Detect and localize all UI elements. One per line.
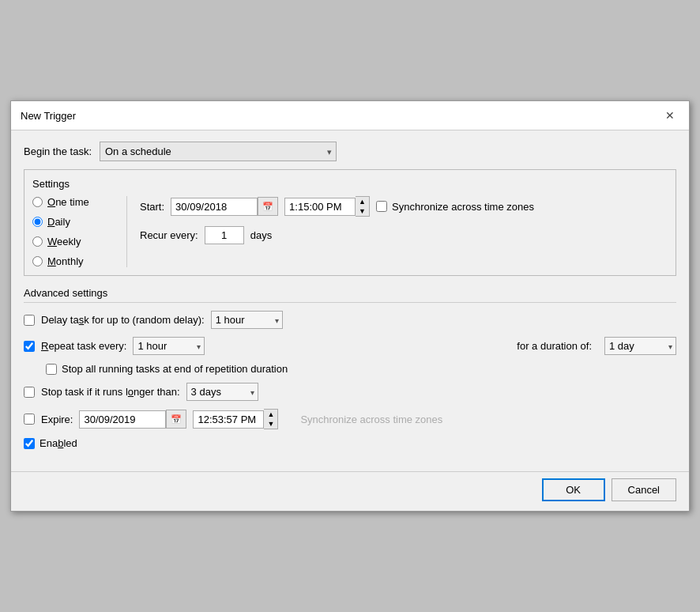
expire-time-spin-down[interactable]: ▼ xyxy=(264,419,277,429)
expire-time-wrapper: ▲ ▼ xyxy=(193,409,278,429)
radio-weekly-label: Weekly xyxy=(47,236,81,247)
delay-select-wrapper: 30 minutes 1 hour 2 hours 4 hours 8 hour… xyxy=(211,311,283,329)
stop-all-checkbox[interactable] xyxy=(46,364,57,375)
stop-all-row: Stop all running tasks at end of repetit… xyxy=(46,363,676,375)
title-bar: New Trigger ✕ xyxy=(11,101,689,130)
radio-weekly-input[interactable] xyxy=(32,236,43,247)
start-row: Start: 📅 ▲ ▼ xyxy=(140,196,668,217)
expire-row: Expire: 📅 ▲ ▼ Synchronize across time zo… xyxy=(24,409,676,429)
advanced-section: Advanced settings Delay task for up to (… xyxy=(24,287,676,449)
sync-label: Synchronize across time zones xyxy=(392,201,534,213)
time-spin-btns: ▲ ▼ xyxy=(356,196,370,217)
ok-button[interactable]: OK xyxy=(542,478,605,501)
expire-sync-label: Synchronize across time zones xyxy=(300,414,442,425)
recur-unit: days xyxy=(250,229,272,241)
expire-time-spin-up[interactable]: ▲ xyxy=(264,410,277,419)
expire-time-input[interactable] xyxy=(193,410,264,429)
repeat-row: Repeat task every: 5 minutes 10 minutes … xyxy=(24,337,676,355)
sync-checkbox[interactable] xyxy=(376,201,387,212)
dialog-body: Begin the task: On a schedule At log on … xyxy=(11,130,689,471)
repeat-select[interactable]: 5 minutes 10 minutes 15 minutes 30 minut… xyxy=(133,337,205,355)
radio-daily-input[interactable] xyxy=(32,217,43,227)
expire-date-input[interactable] xyxy=(79,410,166,429)
stop-longer-label[interactable]: Stop task if it runs longer than: xyxy=(41,386,180,398)
delay-row: Delay task for up to (random delay): 30 … xyxy=(24,311,676,329)
dialog-title: New Trigger xyxy=(21,110,76,122)
radio-monthly[interactable]: Monthly xyxy=(32,255,115,267)
settings-section: Settings One time Daily Weekly xyxy=(24,169,676,276)
advanced-header: Advanced settings xyxy=(24,287,676,303)
begin-task-select[interactable]: On a schedule At log on At startup On id… xyxy=(100,142,337,161)
new-trigger-dialog: New Trigger ✕ Begin the task: On a sched… xyxy=(10,100,690,512)
delay-select[interactable]: 30 minutes 1 hour 2 hours 4 hours 8 hour… xyxy=(211,311,283,329)
repeat-label[interactable]: Repeat task every: xyxy=(41,340,126,352)
expire-label[interactable]: Expire: xyxy=(41,414,73,425)
expire-date-picker-button[interactable]: 📅 xyxy=(166,410,186,429)
start-time-input[interactable] xyxy=(284,198,356,216)
for-duration-select-wrapper: 15 minutes 30 minutes 1 hour Indefinitel… xyxy=(604,337,676,355)
settings-header: Settings xyxy=(32,178,668,190)
radio-daily[interactable]: Daily xyxy=(32,216,115,228)
radio-monthly-input[interactable] xyxy=(32,256,43,266)
radio-daily-label: Daily xyxy=(47,216,70,228)
expire-date-group: 📅 xyxy=(79,410,186,429)
time-spin-up[interactable]: ▲ xyxy=(356,197,369,206)
begin-task-label: Begin the task: xyxy=(24,145,92,157)
recur-label: Recur every: xyxy=(140,229,198,241)
for-duration-select[interactable]: 15 minutes 30 minutes 1 hour Indefinitel… xyxy=(604,337,676,355)
close-button[interactable]: ✕ xyxy=(660,108,679,123)
start-label: Start: xyxy=(140,201,164,213)
radio-group: One time Daily Weekly Monthly xyxy=(32,196,127,267)
delay-label[interactable]: Delay task for up to (random delay): xyxy=(41,314,205,326)
radio-one-time-input[interactable] xyxy=(32,197,43,207)
for-duration-label: for a duration of: xyxy=(517,340,592,352)
cancel-button[interactable]: Cancel xyxy=(612,478,676,501)
begin-task-row: Begin the task: On a schedule At log on … xyxy=(24,142,676,161)
settings-inner: One time Daily Weekly Monthly xyxy=(32,196,668,267)
time-spin-down[interactable]: ▼ xyxy=(356,206,369,216)
begin-task-select-wrapper: On a schedule At log on At startup On id… xyxy=(100,142,337,161)
stop-all-label[interactable]: Stop all running tasks at end of repetit… xyxy=(62,363,288,375)
enabled-row: Enabled xyxy=(24,437,676,449)
stop-longer-select[interactable]: 30 minutes 1 hour 2 hours 1 day 3 days xyxy=(186,383,258,401)
stop-longer-select-wrapper: 30 minutes 1 hour 2 hours 1 day 3 days xyxy=(186,383,258,401)
delay-checkbox[interactable] xyxy=(24,315,35,326)
radio-monthly-label: Monthly xyxy=(47,255,84,267)
radio-weekly[interactable]: Weekly xyxy=(32,236,115,247)
enabled-checkbox[interactable] xyxy=(24,438,35,449)
sync-row: Synchronize across time zones xyxy=(376,201,534,213)
button-row: OK Cancel xyxy=(11,471,689,511)
radio-one-time[interactable]: One time xyxy=(32,196,115,208)
date-picker-button[interactable]: 📅 xyxy=(258,197,278,216)
stop-longer-row: Stop task if it runs longer than: 30 min… xyxy=(24,383,676,401)
stop-longer-checkbox[interactable] xyxy=(24,387,35,398)
recur-row: Recur every: days xyxy=(140,226,668,244)
date-field-group: 📅 xyxy=(171,197,278,216)
settings-right: Start: 📅 ▲ ▼ xyxy=(127,196,668,267)
start-date-input[interactable] xyxy=(171,198,258,216)
enabled-label[interactable]: Enabled xyxy=(40,437,77,449)
expire-checkbox[interactable] xyxy=(24,414,35,425)
radio-one-time-label: One time xyxy=(47,196,89,208)
recur-input[interactable] xyxy=(205,226,244,244)
time-wrapper: ▲ ▼ xyxy=(284,196,370,217)
repeat-checkbox[interactable] xyxy=(24,341,35,352)
expire-time-spin-btns: ▲ ▼ xyxy=(264,409,278,429)
repeat-select-wrapper: 5 minutes 10 minutes 15 minutes 30 minut… xyxy=(133,337,205,355)
